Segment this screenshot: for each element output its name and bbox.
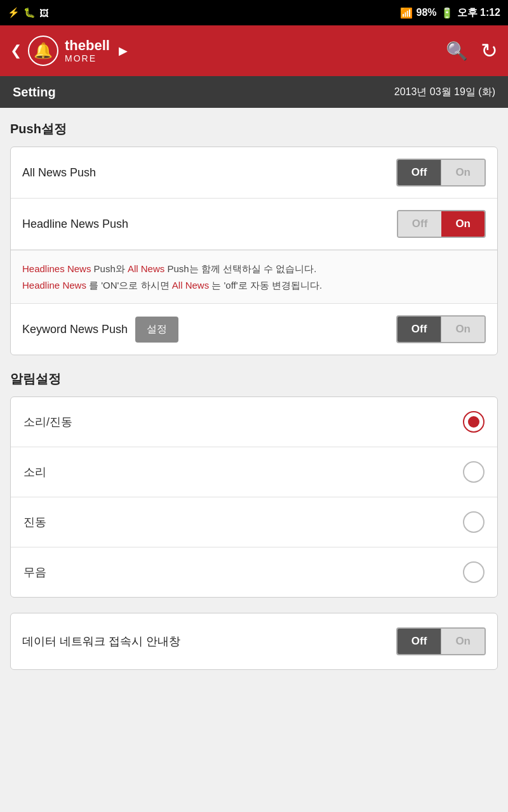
header-right: 🔍 ↻ — [446, 39, 498, 63]
all-news-on-btn[interactable]: On — [441, 160, 485, 185]
alert-section: 알림설정 소리/진동 소리 진동 무음 — [10, 370, 498, 598]
alert-row-silent[interactable]: 무음 — [11, 547, 497, 597]
app-name: thebell — [65, 38, 110, 53]
time-text: 오후 1:12 — [457, 6, 500, 20]
alert-row-vibration[interactable]: 진동 — [11, 497, 497, 547]
alert-section-title: 알림설정 — [10, 370, 498, 388]
radio-sound[interactable] — [463, 461, 485, 483]
network-row: 데이터 네트워크 접속시 안내창 Off On — [11, 613, 497, 669]
keyword-off-btn[interactable]: Off — [398, 317, 442, 342]
back-button[interactable]: ❮ — [10, 43, 22, 59]
title-date: 2013년 03월 19일 (화) — [394, 86, 495, 99]
logo-arrow: ▶ — [119, 44, 128, 58]
status-bar: ⚡ 🐛 🖼 📶 98% 🔋 오후 1:12 — [0, 0, 508, 25]
radio-sound-vibration[interactable] — [463, 411, 485, 433]
keyword-push-label: Keyword News Push — [22, 323, 128, 336]
radio-inner-0 — [468, 416, 479, 428]
battery-text: 98% — [417, 7, 437, 18]
info-text-2: Push는 함께 선택하실 수 없습니다. — [167, 263, 316, 274]
title-bar: Setting 2013년 03월 19일 (화) — [0, 76, 508, 108]
app-title-block: thebell MORE — [65, 38, 110, 63]
alert-label-2: 진동 — [23, 514, 46, 530]
alert-label-0: 소리/진동 — [23, 414, 72, 429]
info-text-4: 는 'off'로 자동 변경됩니다. — [211, 280, 322, 291]
push-info-box: Headlines News Push와 All News Push는 함께 선… — [11, 250, 497, 304]
keyword-on-btn[interactable]: On — [441, 317, 485, 342]
bell-icon: 🔔 — [34, 42, 53, 60]
headline-news-push-row: Headline News Push Off On — [11, 199, 497, 250]
all-news-off-btn[interactable]: Off — [398, 160, 442, 185]
app-header: ❮ 🔔 thebell MORE ▶ 🔍 ↻ — [0, 25, 508, 76]
power-icon: ⚡ — [8, 7, 20, 18]
network-label: 데이터 네트워크 접속시 안내창 — [22, 634, 180, 649]
alert-row-sound-vibration[interactable]: 소리/진동 — [11, 397, 497, 447]
search-icon[interactable]: 🔍 — [446, 41, 468, 62]
headline-news-push-label: Headline News Push — [22, 218, 128, 231]
bug-icon: 🐛 — [23, 7, 36, 18]
bell-logo: 🔔 — [28, 36, 58, 66]
all-news-push-label: All News Push — [22, 166, 96, 180]
all-news-push-row: All News Push Off On — [11, 147, 497, 199]
status-left-icons: ⚡ 🐛 🖼 — [8, 7, 49, 18]
info-text-1: Push와 — [94, 263, 128, 274]
alert-label-1: 소리 — [23, 464, 46, 480]
radio-vibration[interactable] — [463, 511, 485, 533]
info-all-news-2: All News — [172, 280, 209, 291]
alert-row-sound[interactable]: 소리 — [11, 447, 497, 497]
battery-icon: 🔋 — [441, 7, 453, 19]
info-all-news-1: All News — [128, 263, 164, 274]
keyword-setting-button[interactable]: 설정 — [135, 317, 178, 343]
header-left: ❮ 🔔 thebell MORE ▶ — [10, 36, 128, 66]
info-text-3: 를 'ON'으로 하시면 — [89, 280, 172, 291]
headline-on-btn[interactable]: On — [441, 211, 485, 237]
page-title: Setting — [13, 85, 56, 100]
radio-silent[interactable] — [463, 561, 485, 583]
headline-news-push-toggle[interactable]: Off On — [397, 210, 486, 238]
info-headlines-news: Headlines News — [22, 263, 91, 274]
image-icon: 🖼 — [39, 8, 49, 18]
keyword-push-toggle[interactable]: Off On — [396, 315, 486, 343]
status-right: 📶 98% 🔋 오후 1:12 — [400, 6, 501, 20]
network-card: 데이터 네트워크 접속시 안내창 Off On — [10, 613, 498, 670]
all-news-push-toggle[interactable]: Off On — [396, 159, 486, 187]
network-on-btn[interactable]: On — [441, 629, 485, 654]
info-headline-news-2: Headline News — [22, 280, 86, 291]
headline-off-btn[interactable]: Off — [398, 211, 442, 237]
push-card: All News Push Off On Headline News Push … — [10, 147, 498, 355]
main-content: Push설정 All News Push Off On Headline New… — [0, 108, 508, 683]
app-sub: MORE — [65, 53, 110, 63]
alert-card: 소리/진동 소리 진동 무음 — [10, 396, 498, 598]
signal-icon: 📶 — [400, 7, 413, 19]
refresh-icon[interactable]: ↻ — [481, 39, 498, 63]
alert-label-3: 무음 — [23, 565, 46, 580]
network-off-btn[interactable]: Off — [398, 629, 442, 654]
network-toggle[interactable]: Off On — [396, 627, 486, 655]
keyword-news-push-row: Keyword News Push 설정 Off On — [11, 304, 497, 355]
keyword-left: Keyword News Push 설정 — [22, 317, 178, 343]
push-section-title: Push설정 — [10, 121, 498, 138]
